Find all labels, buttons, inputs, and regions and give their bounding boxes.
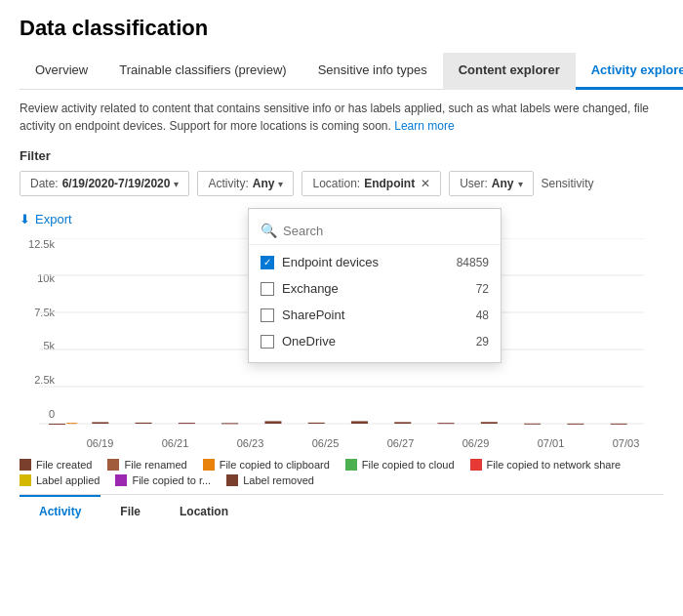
dropdown-item-exchange[interactable]: Exchange 72 <box>249 275 501 302</box>
dropdown-item-endpoint[interactable]: Endpoint devices 84859 <box>249 249 501 275</box>
location-filter-value: Endpoint <box>364 177 415 190</box>
tab-sensitive-info[interactable]: Sensitive info types <box>302 53 443 90</box>
search-icon: 🔍 <box>261 223 277 238</box>
x-label: 06/29 <box>462 437 490 449</box>
svg-rect-15 <box>394 422 411 424</box>
svg-rect-6 <box>49 424 65 425</box>
dropdown-count-sharepoint: 48 <box>476 308 489 322</box>
svg-rect-20 <box>611 424 627 425</box>
legend-item: File copied to clipboard <box>203 459 330 471</box>
x-label: 06/27 <box>387 437 415 449</box>
x-label: 06/25 <box>312 437 340 449</box>
legend-color-box <box>107 459 119 471</box>
user-filter-label: User: <box>460 177 488 190</box>
filter-bar: Date: 6/19/2020-7/19/2020 ▾ Activity: An… <box>20 171 663 196</box>
x-label: 07/03 <box>613 437 640 449</box>
tab-bar: Overview Trainable classifiers (preview)… <box>20 53 663 90</box>
user-filter-value: Any <box>492 177 514 190</box>
legend-color-box <box>226 474 238 486</box>
legend-color-box <box>115 474 127 486</box>
user-dropdown-icon: ▾ <box>518 179 523 189</box>
tab-trainable[interactable]: Trainable classifiers (preview) <box>103 53 301 90</box>
dropdown-search-row: 🔍 <box>249 217 501 245</box>
svg-rect-10 <box>179 423 195 424</box>
date-filter-label: Date: <box>30 177 59 190</box>
bottom-tab-location[interactable]: Location <box>160 495 248 526</box>
tab-activity-explorer[interactable]: Activity explorer <box>576 53 683 90</box>
svg-rect-7 <box>66 423 77 424</box>
x-label: 06/19 <box>87 437 114 449</box>
bottom-tab-bar: Activity File Location <box>20 494 663 526</box>
x-label: 06/21 <box>162 437 189 449</box>
x-axis: 06/1906/2106/2306/2506/2706/2907/0107/03 <box>62 433 663 449</box>
svg-rect-12 <box>264 421 281 424</box>
legend-item: File copied to network share <box>470 459 622 471</box>
legend-color-box <box>203 459 215 471</box>
date-dropdown-icon: ▾ <box>174 179 179 189</box>
checkbox-onedrive[interactable] <box>261 335 274 349</box>
activity-filter-value: Any <box>253 177 275 190</box>
svg-rect-14 <box>351 421 368 424</box>
dropdown-item-sharepoint[interactable]: SharePoint 48 <box>249 302 501 328</box>
export-icon: ⬇ <box>20 212 30 226</box>
checkbox-sharepoint[interactable] <box>261 308 274 322</box>
x-label: 06/23 <box>237 437 264 449</box>
svg-rect-18 <box>524 424 541 425</box>
date-filter-value: 6/19/2020-7/19/2020 <box>62 177 171 190</box>
legend: File createdFile renamedFile copied to c… <box>20 459 663 486</box>
dropdown-item-onedrive[interactable]: OneDrive 29 <box>249 328 501 354</box>
svg-rect-13 <box>308 423 325 424</box>
export-label: Export <box>35 212 72 226</box>
svg-rect-11 <box>221 423 238 424</box>
legend-color-box <box>20 474 31 486</box>
dropdown-count-onedrive: 29 <box>476 335 489 349</box>
location-filter-close[interactable]: ✕ <box>421 177 430 190</box>
svg-rect-19 <box>567 424 583 425</box>
legend-item: Label removed <box>226 474 314 486</box>
dropdown-count-exchange: 72 <box>476 282 489 296</box>
activity-dropdown-icon: ▾ <box>278 179 283 189</box>
filter-label: Filter <box>20 148 663 163</box>
location-dropdown: 🔍 Endpoint devices 84859 Exchange 72 <box>248 208 502 363</box>
checkbox-exchange[interactable] <box>261 282 274 296</box>
page-title: Data classification <box>20 16 663 41</box>
location-filter[interactable]: Location: Endpoint ✕ <box>301 171 441 196</box>
legend-color-box <box>20 459 31 471</box>
legend-item: File copied to r... <box>115 474 211 486</box>
svg-rect-9 <box>136 423 152 424</box>
dropdown-count-endpoint: 84859 <box>457 256 489 269</box>
bottom-tab-file[interactable]: File <box>100 495 160 526</box>
legend-item: File renamed <box>107 459 186 471</box>
x-label: 07/01 <box>538 437 565 449</box>
legend-item: File created <box>20 459 92 471</box>
location-filter-label: Location: <box>312 177 360 190</box>
sensitivity-filter-label[interactable]: Sensitivity <box>542 177 594 190</box>
legend-item: File copied to cloud <box>345 459 455 471</box>
dropdown-label-sharepoint: SharePoint <box>282 308 344 322</box>
svg-rect-16 <box>438 423 455 424</box>
bottom-tab-activity[interactable]: Activity <box>20 495 100 526</box>
activity-filter[interactable]: Activity: Any ▾ <box>197 171 294 196</box>
dropdown-label-endpoint: Endpoint devices <box>282 255 379 269</box>
dropdown-search-input[interactable] <box>283 224 489 238</box>
activity-filter-label: Activity: <box>208 177 248 190</box>
legend-item: Label applied <box>20 474 100 486</box>
learn-more-link[interactable]: Learn more <box>394 119 454 133</box>
page-description: Review activity related to content that … <box>20 100 663 135</box>
legend-color-box <box>470 459 482 471</box>
svg-rect-17 <box>481 422 498 424</box>
dropdown-label-onedrive: OneDrive <box>282 334 336 349</box>
date-filter[interactable]: Date: 6/19/2020-7/19/2020 ▾ <box>20 171 189 196</box>
export-button[interactable]: ⬇ Export <box>20 208 72 230</box>
checkbox-endpoint[interactable] <box>261 256 274 269</box>
user-filter[interactable]: User: Any ▾ <box>449 171 533 196</box>
tab-content-explorer[interactable]: Content explorer <box>443 53 576 90</box>
svg-rect-8 <box>92 422 108 424</box>
legend-color-box <box>345 459 357 471</box>
tab-overview[interactable]: Overview <box>20 53 103 90</box>
dropdown-label-exchange: Exchange <box>282 281 339 296</box>
